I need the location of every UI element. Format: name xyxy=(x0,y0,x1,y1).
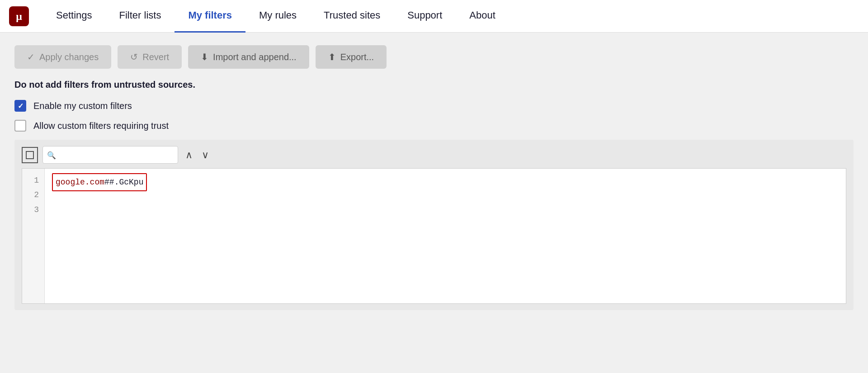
logo: μ xyxy=(9,6,29,26)
nav-bar: μ Settings Filter lists My filters My ru… xyxy=(0,0,868,33)
tab-filter-lists[interactable]: Filter lists xyxy=(106,0,175,33)
tab-about[interactable]: About xyxy=(456,0,509,33)
tab-settings[interactable]: Settings xyxy=(42,0,106,33)
allow-trust-filters-checkbox[interactable] xyxy=(14,120,26,132)
checkmark-icon: ✓ xyxy=(27,52,35,62)
export-icon: ⬆ xyxy=(328,52,336,62)
select-all-icon xyxy=(25,151,34,160)
filter-area: 🔍 ∧ ∨ 1 2 3 google.com##.GcKpu xyxy=(14,140,854,310)
import-icon: ⬇ xyxy=(201,52,208,62)
line-num-3: 3 xyxy=(28,203,39,217)
tab-support[interactable]: Support xyxy=(394,0,456,33)
prev-match-button[interactable]: ∧ xyxy=(183,148,195,162)
enable-custom-filters-checkbox[interactable]: ✓ xyxy=(14,100,26,112)
code-line-2 xyxy=(52,191,839,206)
search-input[interactable] xyxy=(42,146,178,164)
allow-trust-filters-label: Allow custom filters requiring trust xyxy=(33,121,169,131)
code-domain: google.com xyxy=(56,178,104,187)
line-numbers: 1 2 3 xyxy=(22,169,45,303)
line-num-1: 1 xyxy=(28,173,39,188)
toolbar: ✓ Apply changes ↺ Revert ⬇ Import and ap… xyxy=(14,45,854,69)
code-content[interactable]: google.com##.GcKpu xyxy=(45,169,846,303)
svg-text:μ: μ xyxy=(16,10,22,22)
checkmark-icon: ✓ xyxy=(18,102,24,110)
export-button[interactable]: ⬆ Export... xyxy=(316,45,387,69)
allow-trust-filters-row: Allow custom filters requiring trust xyxy=(14,120,854,132)
code-line-3 xyxy=(52,206,839,221)
main-content: ✓ Apply changes ↺ Revert ⬇ Import and ap… xyxy=(0,33,868,310)
nav-tabs: Settings Filter lists My filters My rule… xyxy=(42,0,509,32)
search-icon: 🔍 xyxy=(47,151,56,159)
tab-my-rules[interactable]: My rules xyxy=(245,0,310,33)
enable-custom-filters-label: Enable my custom filters xyxy=(33,101,132,111)
next-match-button[interactable]: ∨ xyxy=(199,148,212,162)
revert-icon: ↺ xyxy=(130,52,138,62)
revert-button[interactable]: ↺ Revert xyxy=(118,45,182,69)
code-selector: ##.GcKpu xyxy=(104,178,143,187)
svg-rect-2 xyxy=(26,151,33,159)
import-append-button[interactable]: ⬇ Import and append... xyxy=(188,45,309,69)
code-editor: 1 2 3 google.com##.GcKpu xyxy=(22,168,846,304)
tab-my-filters[interactable]: My filters xyxy=(175,0,245,33)
tab-trusted-sites[interactable]: Trusted sites xyxy=(310,0,394,33)
select-all-button[interactable] xyxy=(22,147,38,163)
search-row: 🔍 ∧ ∨ xyxy=(22,146,846,164)
apply-changes-button[interactable]: ✓ Apply changes xyxy=(14,45,111,69)
code-line-1: google.com##.GcKpu xyxy=(52,173,839,191)
search-input-wrapper: 🔍 xyxy=(42,146,178,164)
warning-text: Do not add filters from untrusted source… xyxy=(14,80,854,90)
highlighted-filter-line: google.com##.GcKpu xyxy=(52,173,147,191)
enable-custom-filters-row: ✓ Enable my custom filters xyxy=(14,100,854,112)
line-num-2: 2 xyxy=(28,188,39,202)
nav-arrows: ∧ ∨ xyxy=(183,148,212,162)
